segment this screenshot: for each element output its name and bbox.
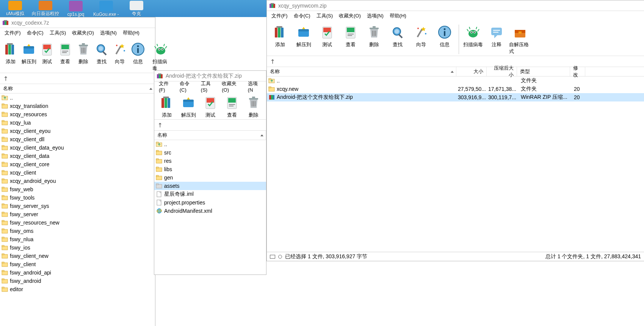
test-button[interactable]: 测试 [315,23,339,56]
desktop-icon[interactable]: 向日葵远程控 [30,0,61,17]
trash-button[interactable]: 删除 [74,40,92,73]
info-button[interactable]: 信息 [433,23,456,56]
col-header[interactable]: 大小 [456,67,487,76]
file-list[interactable]: ..文件夹xcqy.new27,579,50...17,671,38...文件夹… [267,76,644,252]
trash-button[interactable]: 删除 [362,23,386,56]
list-header[interactable]: 名称 [0,84,155,94]
file-row[interactable]: project.properties [154,198,266,207]
file-row[interactable]: fswy_ios [0,243,155,252]
virus-button[interactable]: 扫描病毒 [461,23,485,56]
desktop-icon[interactable]: KuGou.exe - [91,0,121,17]
menu-item[interactable]: 帮助(H) [387,12,409,20]
comment-button[interactable]: 注释 [485,23,508,56]
file-row[interactable]: xcqy_client_eyou [0,127,155,135]
menu-item[interactable]: 文件(F) [2,29,24,37]
view-button[interactable]: 查看 [339,23,362,56]
titlebar[interactable]: xcqy_codexx.7z [0,17,155,28]
wizard-button[interactable]: 向导 [409,23,433,56]
file-row[interactable]: xcqy_client_dll [0,135,155,144]
menu-item[interactable]: 帮助(H) [120,29,143,37]
menu-item[interactable]: 文件(F) [268,12,291,20]
extract-button[interactable]: 解压到 [177,94,199,119]
file-row[interactable]: fswy_server_sys [0,202,155,210]
titlebar[interactable]: xcqy_syymwcom.zip [267,0,644,11]
col-name[interactable]: 名称 [0,84,155,93]
sfx-button[interactable]: 自解压格式 [508,23,532,56]
menu-item[interactable]: 收藏夹(O) [69,29,97,37]
file-row[interactable]: res [154,157,266,165]
file-row[interactable]: fswy_server [0,210,155,218]
file-row[interactable]: Android-把这个文件发给我下.zip303,916,9...300,119… [267,93,644,101]
virus-button[interactable]: 扫描病毒 [152,40,170,73]
file-row[interactable]: xcqy_lua [0,119,155,127]
file-row[interactable]: gen [154,173,266,182]
col-header[interactable]: 类型 [517,67,570,76]
extract-button[interactable]: 解压到 [20,40,38,73]
file-row[interactable]: .. [154,140,266,148]
file-row[interactable]: libs [154,165,266,173]
desktop-icon[interactable]: uMu模拟 [0,0,30,17]
test-button[interactable]: 测试 [199,94,221,119]
menu-item[interactable]: 收藏夹(O) [336,12,364,20]
up-bar[interactable]: ↗ [154,120,266,130]
file-row[interactable]: ..文件夹 [267,76,644,85]
file-row[interactable]: fswy_nlua [0,235,155,243]
up-bar[interactable]: ↗ [267,56,644,67]
svg-rect-116 [157,192,161,197]
file-row[interactable]: xcqy_client_data [0,152,155,160]
info-button[interactable]: 信息 [129,40,147,73]
list-header[interactable]: 名称 [154,130,266,140]
desktop-icon[interactable]: 夸克 [121,0,152,17]
desktop-icon[interactable]: cp1s.jpq [61,0,91,17]
col-header[interactable]: 压缩后大小 [487,67,517,76]
file-row[interactable]: xcqy_client [0,168,155,177]
menu-item[interactable]: 选项(N) [97,29,120,37]
trash-button[interactable]: 删除 [243,94,265,119]
svg-rect-60 [2,195,4,197]
file-row[interactable]: xcqy_translation [0,102,155,110]
menu-item[interactable]: 命令(C) [291,12,313,20]
file-list[interactable]: ..srcreslibsgenassets星辰奇缘.imlproject.pro… [154,140,266,275]
books-button[interactable]: 添加 [268,23,292,56]
menu-item[interactable]: 工具(S) [47,29,69,37]
file-row[interactable]: fswy_resources_new [0,218,155,227]
menu-item[interactable]: 选项(N) [364,12,387,20]
view-button[interactable]: 查看 [221,94,243,119]
file-row[interactable]: fswy_client [0,260,155,268]
col-header[interactable]: 名称 [267,67,456,76]
books-button[interactable]: 添加 [156,94,177,119]
extract-button[interactable]: 解压到 [292,23,315,56]
file-row[interactable]: AndroidManifest.xml [154,207,266,215]
test-button[interactable]: 测试 [38,40,56,73]
file-row[interactable]: editor [0,285,155,293]
find-button[interactable]: 查找 [92,40,111,73]
wizard-button[interactable]: 向导 [111,40,129,73]
file-row[interactable]: assets [154,182,266,190]
col-name[interactable]: 名称 [154,131,266,140]
file-row[interactable]: xcqy.new27,579,50...17,671,38...文件夹20 [267,85,644,93]
file-row[interactable]: xcqy_android_eyou [0,177,155,185]
folder-icon [2,270,8,276]
books-button[interactable]: 添加 [2,40,20,73]
file-row[interactable]: xcqy_client_core [0,160,155,168]
file-row[interactable]: fswy_android_api [0,268,155,277]
up-bar[interactable]: ↗ [0,73,155,84]
file-list[interactable]: ..xcqy_translationxcqy_resourcesxcqy_lua… [0,94,155,326]
view-button[interactable]: 查看 [56,40,74,73]
file-row[interactable]: fswy_tools [0,193,155,202]
file-row[interactable]: fswy_oms [0,227,155,235]
file-row[interactable]: 星辰奇缘.iml [154,190,266,198]
file-row[interactable]: xcqy_resources [0,110,155,119]
file-name: fswy_server [10,211,38,217]
menu-item[interactable]: 工具(S) [313,12,336,20]
file-row[interactable]: src [154,148,266,157]
file-row[interactable]: fswy_client_new [0,252,155,260]
file-row[interactable]: xcqy_client_data_eyou [0,144,155,152]
col-header[interactable]: 修改 [570,67,585,76]
menu-item[interactable]: 命令(C) [24,29,47,37]
list-header[interactable]: 名称大小压缩后大小类型修改 [267,67,644,76]
find-button[interactable]: 查找 [386,23,409,56]
file-row[interactable]: .. [0,94,155,102]
file-row[interactable]: fswy_web [0,185,155,193]
file-row[interactable]: fswy_android [0,277,155,285]
